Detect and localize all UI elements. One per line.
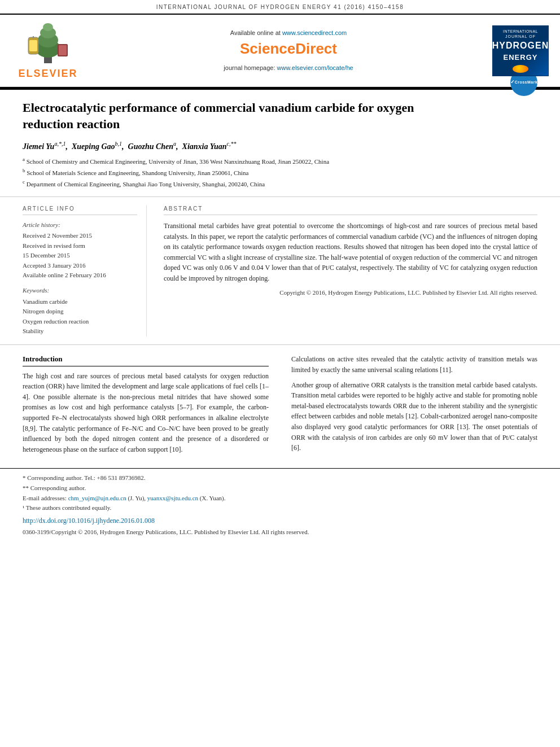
- history-item-1: Received in revised form: [23, 242, 137, 250]
- body-right-col: Calculations on active sites revealed th…: [286, 354, 537, 459]
- body-left-col: Introduction The high cost and rare sour…: [23, 354, 274, 459]
- email2-author: (X. Yuan).: [200, 495, 226, 501]
- affil-b: b School of Materials Science and Engine…: [23, 167, 537, 177]
- journal-logo-line3: HYDROGEN: [492, 40, 549, 52]
- svg-rect-9: [59, 45, 67, 55]
- homepage-url-link[interactable]: www.elsevier.com/locate/he: [277, 64, 353, 71]
- history-item-2: 15 December 2015: [23, 251, 137, 260]
- author-3: Guozhu Chena,: [128, 142, 181, 151]
- email1-author: (J. Yu),: [128, 495, 146, 501]
- email1-link[interactable]: chm_yujm@ujn.edu.cn: [68, 495, 126, 501]
- keyword-0: Vanadium carbide: [23, 298, 137, 306]
- keyword-2: Oxygen reduction reaction: [23, 317, 137, 326]
- article-history-label: Article history:: [23, 221, 137, 229]
- equal-contrib: ¹ These authors contributed equally.: [23, 503, 537, 513]
- author-4: Xianxia Yuanc,**: [182, 142, 237, 151]
- body-section: Introduction The high cost and rare sour…: [0, 345, 560, 468]
- journal-logo-line4: ENERGY: [504, 53, 538, 63]
- intro-para-2: Another group of alternative ORR catalys…: [291, 380, 537, 453]
- history-item-3: Accepted 3 January 2016: [23, 261, 137, 270]
- top-banner: ELSEVIER Available online at www.science…: [0, 15, 560, 87]
- history-item-0: Received 2 November 2015: [23, 231, 137, 240]
- center-info: Available online at www.sciencedirect.co…: [85, 29, 492, 72]
- keyword-3: Stability: [23, 327, 137, 335]
- keywords-label: Keywords:: [23, 286, 137, 295]
- email2-link[interactable]: yuanxx@sjtu.edu.cn: [147, 495, 198, 501]
- abstract-header: ABSTRACT: [164, 205, 537, 215]
- email-line: E-mail addresses: chm_yujm@ujn.edu.cn (J…: [23, 493, 537, 504]
- article-info-col: ARTICLE INFO Article history: Received 2…: [23, 205, 147, 337]
- article-info-abstract-section: ARTICLE INFO Article history: Received 2…: [0, 197, 560, 345]
- corresponding-author-2: ** Corresponding author.: [23, 483, 537, 493]
- journal-header: INTERNATIONAL JOURNAL OF HYDROGEN ENERGY…: [0, 0, 560, 15]
- journal-header-text: INTERNATIONAL JOURNAL OF HYDROGEN ENERGY…: [156, 4, 404, 10]
- intro-para-1: Calculations on active sites revealed th…: [291, 354, 537, 375]
- corresponding-author-1: * Corresponding author. Tel.: +86 531 89…: [23, 473, 537, 483]
- article-info-header: ARTICLE INFO: [23, 205, 137, 215]
- available-online-text: Available online at www.sciencedirect.co…: [85, 29, 492, 37]
- abstract-text: Transitional metal carbides have great p…: [164, 221, 537, 284]
- sciencedirect-title: ScienceDirect: [85, 38, 492, 59]
- journal-logo-circle: [513, 65, 528, 73]
- homepage-line: journal homepage: www.elsevier.com/locat…: [85, 64, 492, 72]
- elsevier-wordmark: ELSEVIER: [18, 67, 77, 81]
- intro-para-0: The high cost and rare sources of precio…: [23, 371, 269, 455]
- keywords-section: Keywords: Vanadium carbide Nitrogen dopi…: [23, 286, 137, 335]
- abstract-copyright: Copyright © 2016, Hydrogen Energy Public…: [164, 289, 537, 297]
- abstract-col: ABSTRACT Transitional metal carbides hav…: [158, 205, 537, 337]
- author-2: Xueping Gaob,1,: [72, 142, 126, 151]
- body-two-col: Introduction The high cost and rare sour…: [23, 354, 537, 459]
- journal-logo-right: International Journal of HYDROGEN ENERGY: [492, 25, 549, 76]
- svg-rect-6: [29, 40, 37, 51]
- footer-section: * Corresponding author. Tel.: +86 531 89…: [0, 468, 560, 543]
- svg-point-4: [43, 23, 53, 31]
- doi-link[interactable]: http://dx.doi.org/10.1016/j.ijhydene.201…: [23, 516, 537, 526]
- history-item-4: Available online 2 February 2016: [23, 271, 137, 279]
- sd-url-link[interactable]: www.sciencedirect.com: [282, 29, 347, 36]
- elsevier-tree-icon: [23, 20, 73, 65]
- affil-a: a School of Chemistry and Chemical Engin…: [23, 156, 537, 166]
- article-header: Electrocatalytic performance of commerci…: [0, 90, 560, 197]
- intro-title: Introduction: [23, 354, 269, 366]
- journal-logo-line2: Journal of: [505, 34, 536, 40]
- affiliations: a School of Chemistry and Chemical Engin…: [23, 156, 537, 189]
- author-1: Jiemei Yua,*,1,: [23, 142, 69, 151]
- footer-issn: 0360-3199/Copyright © 2016, Hydrogen Ene…: [23, 527, 537, 538]
- article-title: Electrocatalytic performance of commerci…: [23, 100, 463, 132]
- keyword-1: Nitrogen doping: [23, 307, 137, 316]
- authors-line: Jiemei Yua,*,1, Xueping Gaob,1, Guozhu C…: [23, 140, 537, 152]
- affil-c: c Department of Chemical Engineering, Sh…: [23, 178, 537, 189]
- elsevier-logo: ELSEVIER: [11, 20, 85, 81]
- journal-logo-line1: International: [503, 29, 538, 34]
- email-label: E-mail addresses:: [23, 495, 67, 501]
